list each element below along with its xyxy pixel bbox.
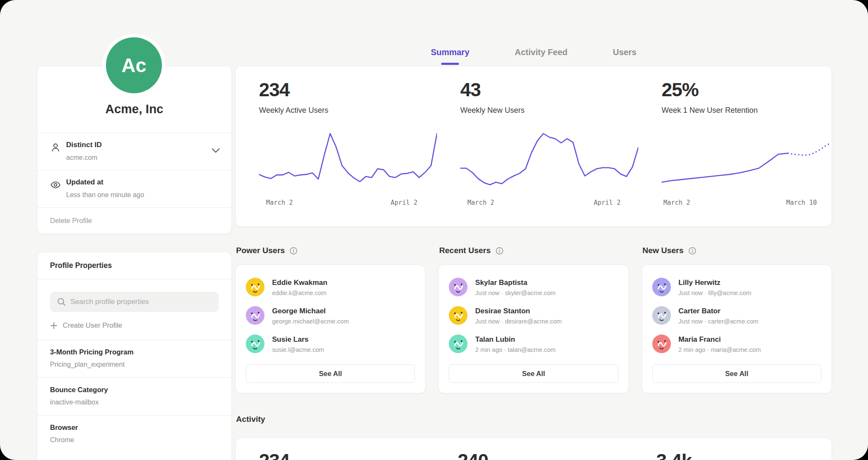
search-profile-properties-input[interactable]: Search profile properties [50,292,219,312]
distinct-id-row[interactable]: Distinct ID acme.com [37,133,231,170]
create-user-profile-button[interactable]: Create User Profile [50,321,219,329]
user-avatar [652,278,671,296]
x-axis-tick: April 2 [391,199,417,206]
stat-label: Weekly New Users [460,106,638,115]
list-item[interactable]: Carter BatorJust now · carter@acme.com [652,306,821,325]
activity-stat-value: 240 [458,450,633,460]
field-label: Distinct ID [66,141,219,149]
activity-stat-value: 3.4k [656,450,832,460]
list-item[interactable]: Maria Franci2 min ago · maria@acme.com [652,335,821,353]
field-label: Updated at [66,178,219,187]
stat-label: Weekly Active Users [259,106,437,115]
property-value: Pricing_plan_experiment [50,361,219,368]
delete-profile-button[interactable]: Delete Profile [37,208,231,234]
user-subtitle: eddie.k@acme.com [272,290,327,296]
user-avatar [449,335,467,353]
updated-at-row: Updated at Less than one minute ago [37,170,231,207]
list-item[interactable]: Desirae StantonJust now · desirare@acme.… [449,306,618,325]
user-name: Eddie Kwakman [272,278,327,287]
property-name: 3-Month Pricing Program [50,348,219,356]
user-section-new-users: New UsersLilly HerwitzJust now · lilly@a… [642,246,832,393]
user-subtitle: 2 min ago · talan@acme.com [475,346,556,353]
x-axis-tick: April 2 [594,199,620,206]
company-avatar: Ac [106,37,162,93]
property-row: 3-Month Pricing Program Pricing_plan_exp… [37,340,231,377]
user-name: Desirae Stanton [475,306,562,315]
list-item[interactable]: Skylar BaptistaJust now · skyler@acme.co… [449,278,618,296]
user-name: Carter Bator [679,306,759,315]
field-value: acme.com [66,154,219,162]
list-item[interactable]: Lilly HerwitzJust now · lilly@acme.com [652,278,821,296]
user-name: Susie Lars [272,335,324,344]
activity-card: 234 240 3.4k [235,438,832,460]
property-value: Chrome [50,436,219,444]
search-icon [57,297,66,307]
user-name: Maria Franci [679,335,761,344]
property-name: Browser [50,424,219,432]
user-avatar [652,306,671,325]
info-icon[interactable] [289,247,298,255]
person-icon [50,142,61,153]
user-avatar [246,335,264,353]
stat-value: 234 [259,79,437,101]
section-title-text: Recent Users [439,246,490,255]
property-name: Bounce Category [50,386,219,394]
eye-icon [50,179,61,190]
x-axis-tick: March 2 [266,199,293,206]
stat-value: 43 [460,79,638,101]
user-subtitle: Just now · carter@acme.com [679,318,759,325]
stat-week1-retention: 25% Week 1 New User Retention March 2 Ma… [638,79,840,226]
weekly-new-users-chart: March 2 April 2 [460,128,638,210]
x-axis: March 2 April 2 [259,199,437,210]
see-all-button[interactable]: See All [652,364,821,383]
active-tab-underline [441,63,459,65]
user-avatar [246,306,264,325]
user-name: Skylar Baptista [475,278,556,287]
plus-icon [50,322,58,329]
user-subtitle: susie.l@acme.com [272,346,324,353]
user-list-card: Lilly HerwitzJust now · lilly@acme.comCa… [642,265,832,393]
user-name: Lilly Herwitz [679,278,751,287]
chevron-down-icon[interactable] [211,148,220,153]
user-subtitle: 2 min ago · maria@acme.com [679,346,761,353]
x-axis-tick: March 2 [663,199,690,206]
user-avatar [246,278,264,296]
user-section-recent-users: Recent UsersSkylar BaptistaJust now · sk… [438,246,629,393]
activity-title: Activity [236,415,265,424]
see-all-button[interactable]: See All [449,364,618,383]
user-list-card: Eddie Kwakmaneddie.k@acme.comGeorge Mich… [235,265,426,393]
create-user-profile-label: Create User Profile [63,321,122,329]
tab-bar: Summary Activity Feed Users [235,47,832,64]
activity-stat-value: 234 [259,450,434,460]
list-item[interactable]: Susie Larssusie.l@acme.com [246,335,415,353]
list-item[interactable]: Eddie Kwakmaneddie.k@acme.com [246,278,415,296]
profile-properties-card: Profile Properties Search profile proper… [37,252,232,460]
divider [37,279,231,279]
property-row: Browser Chrome [37,415,231,453]
user-avatar [449,278,467,296]
user-sections: Power UsersEddie Kwakmaneddie.k@acme.com… [235,246,832,393]
property-value: inactive-mailbox [50,399,219,406]
profile-properties-title: Profile Properties [37,252,231,279]
tab-label: Activity Feed [515,47,568,57]
user-name: Talan Lubin [475,335,556,344]
see-all-button[interactable]: See All [246,364,415,383]
list-item[interactable]: Talan Lubin2 min ago · talan@acme.com [449,335,618,353]
weekly-active-users-chart: March 2 April 2 [259,128,437,210]
info-icon[interactable] [495,247,504,255]
stat-value: 25% [662,79,840,101]
stat-label: Week 1 New User Retention [662,106,840,115]
info-icon[interactable] [688,247,696,255]
list-item[interactable]: George Michaelgeorge.michael@acme.com [246,306,415,325]
tab-summary[interactable]: Summary [428,47,472,64]
section-title: Recent Users [438,246,629,255]
field-value: Less than one minute ago [66,191,219,199]
tab-activity-feed[interactable]: Activity Feed [512,47,570,64]
section-title-text: Power Users [236,246,285,255]
summary-stats-card: 234 Weekly Active Users March 2 April 2 … [235,66,832,227]
stat-weekly-active-users: 234 Weekly Active Users March 2 April 2 [236,79,437,226]
x-axis-tick: March 10 [786,199,817,206]
search-placeholder: Search profile properties [70,298,149,306]
tab-users[interactable]: Users [610,47,639,64]
section-title: Power Users [235,246,426,255]
